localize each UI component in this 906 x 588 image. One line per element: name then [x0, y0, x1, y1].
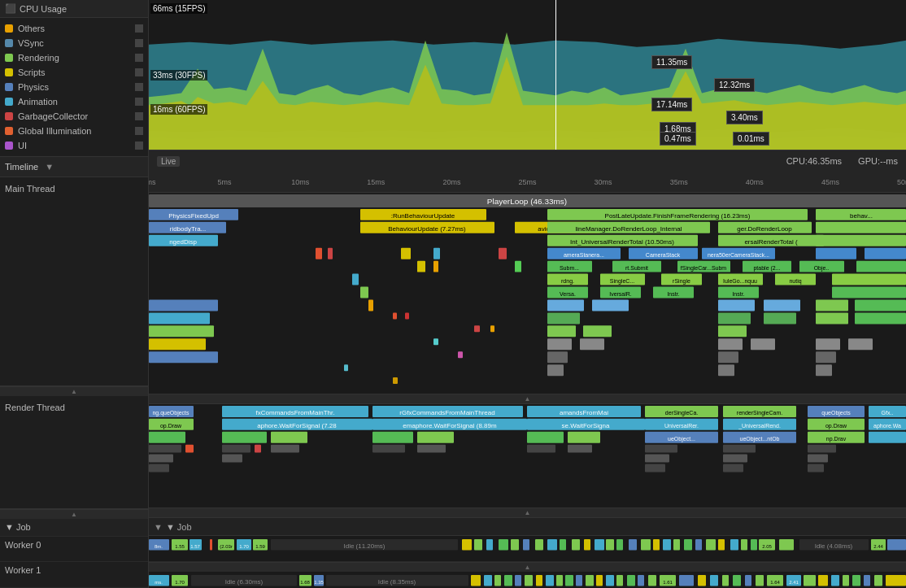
svg-rect-183: [645, 455, 669, 463]
live-badge: Live: [157, 156, 180, 167]
cpu-chart[interactable]: 66ms (15FPS) 33ms (30FPS) 16ms (60FPS) 1…: [149, 0, 906, 150]
tracks-area[interactable]: PlayerLoop (46.33ms) PhysicsFixedUpd :Ru…: [149, 193, 906, 588]
svg-rect-110: [718, 351, 738, 363]
render-thread-track: ng.queObjects fxCommandsFromMainThr. rGf…: [149, 404, 906, 518]
legend-label-6: GarbageCollector: [18, 111, 88, 121]
legend-color-2: [5, 54, 13, 62]
svg-rect-91: [718, 299, 755, 311]
svg-text:Instr.: Instr.: [667, 291, 679, 297]
legend-color-0: [5, 24, 13, 33]
svg-rect-84: [149, 299, 218, 311]
worker1-text: Worker 1: [5, 565, 41, 575]
legend-color-3: [5, 68, 13, 76]
svg-text:behav...: behav...: [850, 212, 873, 220]
main-track-scroll[interactable]: ▲: [149, 394, 906, 403]
svg-rect-271: [679, 575, 694, 586]
svg-rect-218: [616, 539, 623, 551]
worker0-scroll[interactable]: ▲: [149, 562, 906, 572]
svg-rect-87: [149, 338, 206, 350]
legend-color-7: [5, 127, 13, 135]
svg-rect-213: [560, 539, 566, 551]
svg-rect-185: [808, 455, 828, 463]
svg-text:Idle (11.20ms): Idle (11.20ms): [343, 542, 385, 550]
svg-rect-237: [741, 539, 747, 551]
content-area: 66ms (15FPS) 33ms (30FPS) 16ms (60FPS) 1…: [149, 0, 906, 588]
cpu-header: ⬛ CPU Usage: [0, 0, 148, 18]
svg-text:1.35: 1.35: [314, 580, 324, 585]
svg-text:IversalR.: IversalR.: [609, 291, 632, 297]
svg-rect-161: [869, 432, 906, 443]
legend-item-scripts[interactable]: Scripts: [0, 65, 148, 80]
vertical-marker: [555, 0, 556, 150]
legend-label-3: Scripts: [18, 68, 46, 77]
legend-item-garbagecollector[interactable]: GarbageCollector: [0, 109, 148, 124]
svg-text:PlayerLoop (46.33ms): PlayerLoop (46.33ms): [487, 197, 567, 206]
svg-rect-228: [887, 539, 906, 551]
svg-text:Idle (4.08ms): Idle (4.08ms): [815, 542, 853, 550]
cpu-stat: CPU:46.35ms: [786, 156, 842, 166]
svg-rect-258: [546, 575, 554, 586]
svg-rect-234: [706, 539, 716, 551]
svg-rect-232: [684, 539, 692, 551]
render-scroll-arrow[interactable]: ▲: [0, 509, 148, 519]
tooltip-17ms: 17.14ms: [651, 98, 692, 111]
job-section-label[interactable]: ▼ Job: [0, 519, 148, 537]
worker1-label: Worker 1: [0, 562, 148, 588]
timeline-dropdown-icon[interactable]: ▼: [45, 162, 54, 172]
svg-rect-210: [523, 539, 529, 551]
svg-rect-176: [527, 445, 555, 453]
svg-rect-211: [535, 539, 543, 551]
svg-rect-230: [663, 539, 671, 551]
svg-text:Int_UniversalRenderTotal (10.5: Int_UniversalRenderTotal (10.50ms): [570, 238, 674, 246]
svg-rect-207: [486, 539, 493, 551]
svg-rect-261: [576, 575, 582, 586]
legend-item-ui[interactable]: UI: [0, 138, 148, 153]
ruler-tick-7: 35ms: [670, 178, 688, 186]
svg-text:1.70: 1.70: [239, 544, 249, 549]
legend-scroll-0: [135, 24, 143, 33]
worker1-track: ms. 1.70 Idle (6.30ms) 1.68 1.35 Idle (8…: [149, 572, 906, 588]
svg-rect-113: [718, 364, 734, 376]
main-thread-text: Main Thread: [5, 184, 55, 194]
legend-item-global-illumination[interactable]: Global Illumination: [0, 124, 148, 138]
svg-text:aphore.Wa: aphore.Wa: [873, 423, 901, 429]
svg-rect-93: [547, 312, 580, 324]
svg-text:op.Draw: op.Draw: [825, 423, 847, 429]
svg-rect-277: [756, 575, 764, 586]
svg-text:rdng.: rdng.: [561, 278, 574, 285]
svg-text:CameraStack: CameraStack: [646, 252, 681, 258]
job-arrow-icon: ▼: [154, 522, 163, 532]
render-thread-svg: ng.queObjects fxCommandsFromMainThr. rGf…: [149, 404, 906, 517]
svg-text:1.70: 1.70: [175, 580, 185, 585]
legend-label-0: Others: [18, 24, 45, 33]
main-scroll-arrow[interactable]: ▲: [0, 386, 148, 396]
svg-rect-101: [816, 312, 848, 324]
job-label: ▼ Job: [166, 522, 192, 532]
legend-item-vsync[interactable]: VSync: [0, 36, 148, 50]
job-section-header[interactable]: ▼ ▼ Job: [149, 518, 906, 536]
svg-rect-78: [515, 261, 521, 272]
render-track-scroll[interactable]: ▲: [149, 507, 906, 517]
svg-rect-209: [511, 539, 519, 551]
svg-rect-220: [641, 539, 651, 551]
svg-text:np.Drav: np.Drav: [826, 436, 847, 442]
legend-item-others[interactable]: Others: [0, 21, 148, 36]
timeline-bar[interactable]: Timeline ▼: [0, 156, 148, 177]
svg-rect-165: [372, 432, 413, 443]
timeline-ruler: 0ms5ms10ms15ms20ms25ms30ms35ms40ms45ms50…: [149, 172, 906, 193]
svg-text:1.61: 1.61: [663, 580, 673, 585]
legend-item-rendering[interactable]: Rendering: [0, 50, 148, 65]
svg-text:(2.03r: (2.03r: [220, 544, 233, 549]
worker0-svg: 8m. 1.55 1.57 (2.03r 1.70 1.59 Idle (11.…: [149, 536, 906, 561]
svg-text:fxCommandsFromMainThr.: fxCommandsFromMainThr.: [256, 409, 335, 416]
svg-rect-253: [494, 575, 501, 586]
svg-rect-96: [547, 325, 576, 337]
ruler-tick-2: 10ms: [291, 178, 309, 186]
svg-rect-103: [547, 338, 572, 350]
legend-item-animation[interactable]: Animation: [0, 94, 148, 109]
svg-rect-76: [433, 248, 440, 259]
ruler-tick-1: 5ms: [218, 178, 232, 186]
ruler-tick-9: 45ms: [821, 178, 839, 186]
legend-item-physics[interactable]: Physics: [0, 80, 148, 94]
svg-text:lineManager.DoRenderLoop_Inter: lineManager.DoRenderLoop_Internal: [576, 225, 682, 233]
